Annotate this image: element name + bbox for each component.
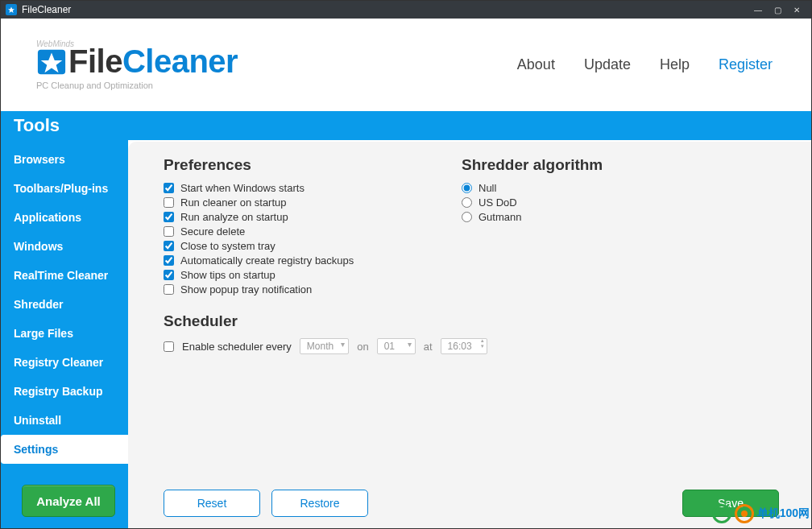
- pref-checkbox[interactable]: [164, 212, 174, 222]
- shredder-heading: Shredder algorithm: [462, 156, 779, 174]
- pref-label[interactable]: Run cleaner on startup: [180, 196, 287, 209]
- logo-subtitle: PC Cleanup and Optimization: [36, 81, 238, 90]
- pref-checkbox[interactable]: [164, 197, 174, 208]
- reset-button[interactable]: Reset: [164, 490, 260, 517]
- pref-label[interactable]: Start when Windows starts: [180, 182, 304, 194]
- pref-checkbox[interactable]: [164, 241, 174, 251]
- app-logo: WebMinds FileCleaner PC Cleanup and Opti…: [36, 39, 238, 90]
- nav-help[interactable]: Help: [660, 56, 690, 73]
- sidebar-item-registry-cleaner[interactable]: Registry Cleaner: [1, 348, 128, 377]
- pref-option: Show tips on startup: [164, 269, 429, 281]
- pref-option: Secure delete: [164, 225, 429, 238]
- sidebar-item-windows[interactable]: Windows: [1, 232, 128, 261]
- logo-icon: [36, 47, 67, 77]
- pref-checkbox[interactable]: [164, 255, 174, 266]
- app-icon: [6, 4, 17, 15]
- shredder-label[interactable]: Gutmann: [478, 211, 521, 223]
- maximize-button[interactable]: ▢: [768, 3, 787, 16]
- sidebar-item-applications[interactable]: Applications: [1, 203, 128, 232]
- sidebar-item-registry-backup[interactable]: Registry Backup: [1, 377, 128, 406]
- pref-checkbox[interactable]: [164, 183, 174, 193]
- pref-option: Start when Windows starts: [164, 182, 429, 194]
- pref-checkbox[interactable]: [164, 284, 174, 295]
- pref-label[interactable]: Run analyze on startup: [180, 211, 288, 223]
- sidebar-item-shredder[interactable]: Shredder: [1, 290, 128, 319]
- sidebar: BrowsersToolbars/Plug-insApplicationsWin…: [1, 140, 128, 528]
- pref-label[interactable]: Secure delete: [180, 225, 245, 238]
- shredder-label[interactable]: Null: [478, 182, 496, 194]
- nav-register[interactable]: Register: [719, 56, 773, 73]
- pref-label[interactable]: Show popup tray notification: [180, 283, 312, 295]
- sidebar-item-settings[interactable]: Settings: [1, 435, 128, 464]
- sidebar-item-large-files[interactable]: Large Files: [1, 319, 128, 348]
- footer-buttons: Reset Restore Save: [164, 480, 779, 517]
- pref-checkbox[interactable]: [164, 226, 174, 237]
- preferences-heading: Preferences: [164, 156, 429, 174]
- shredder-option: Null: [462, 182, 779, 194]
- restore-button[interactable]: Restore: [271, 490, 368, 517]
- shredder-option: US DoD: [462, 196, 779, 209]
- shredder-radio[interactable]: [462, 212, 472, 222]
- scheduler-enable-label[interactable]: Enable scheduler every: [182, 341, 292, 353]
- sidebar-item-uninstall[interactable]: Uninstall: [1, 406, 128, 435]
- minimize-button[interactable]: —: [748, 3, 768, 16]
- scheduler-heading: Scheduler: [164, 312, 779, 330]
- save-button[interactable]: Save: [682, 490, 779, 517]
- pref-checkbox[interactable]: [164, 270, 174, 280]
- scheduler-at-label: at: [424, 341, 433, 353]
- window-title: FileCleaner: [22, 4, 71, 15]
- pref-label[interactable]: Show tips on startup: [180, 269, 276, 281]
- pref-option: Run cleaner on startup: [164, 196, 429, 209]
- shredder-label[interactable]: US DoD: [478, 196, 517, 209]
- pref-label[interactable]: Automatically create registry backups: [180, 254, 354, 267]
- pref-option: Run analyze on startup: [164, 211, 429, 223]
- tools-heading: Tools: [1, 111, 811, 140]
- shredder-radio[interactable]: [462, 197, 472, 208]
- sidebar-item-realtime-cleaner[interactable]: RealTime Cleaner: [1, 261, 128, 290]
- app-header: WebMinds FileCleaner PC Cleanup and Opti…: [1, 19, 811, 111]
- analyze-all-button[interactable]: Analyze All: [22, 485, 115, 517]
- scheduler-period-select[interactable]: Month: [300, 338, 349, 354]
- close-button[interactable]: ✕: [787, 3, 806, 16]
- scheduler-day-select[interactable]: 01: [377, 338, 416, 354]
- scheduler-enable-checkbox[interactable]: [164, 341, 174, 352]
- pref-label[interactable]: Close to system tray: [180, 240, 276, 252]
- nav-update[interactable]: Update: [584, 56, 631, 73]
- shredder-radio[interactable]: [462, 183, 472, 193]
- logo-text: FileCleaner: [68, 45, 238, 77]
- scheduler-time-input[interactable]: 16:03: [441, 338, 487, 354]
- shredder-option: Gutmann: [462, 211, 779, 223]
- nav-about[interactable]: About: [517, 56, 555, 73]
- pref-option: Show popup tray notification: [164, 283, 429, 295]
- scheduler-on-label: on: [357, 341, 368, 353]
- sidebar-item-browsers[interactable]: Browsers: [1, 145, 128, 174]
- title-bar: FileCleaner — ▢ ✕: [1, 1, 811, 19]
- main-panel: Preferences Start when Windows startsRun…: [128, 142, 811, 528]
- pref-option: Close to system tray: [164, 240, 429, 252]
- header-nav: About Update Help Register: [517, 56, 773, 73]
- pref-option: Automatically create registry backups: [164, 254, 429, 267]
- sidebar-item-toolbars-plug-ins[interactable]: Toolbars/Plug-ins: [1, 174, 128, 203]
